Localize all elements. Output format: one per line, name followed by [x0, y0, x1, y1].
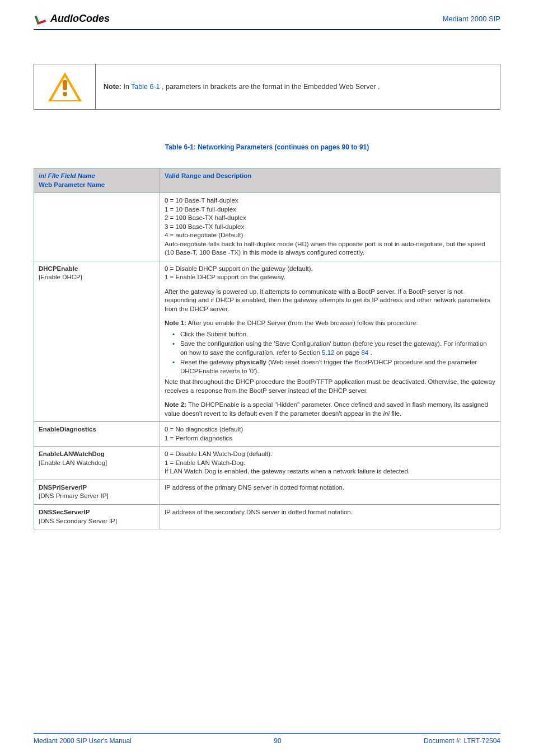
list-item: Reset the gateway physically (Web reset …: [172, 358, 495, 375]
table-row: EnableLANWatchDog [Enable LAN Watchdog] …: [34, 447, 500, 480]
footer-right: Document #: LTRT-72504: [424, 737, 500, 745]
note-prefix: Note:: [104, 83, 123, 91]
note-callout: Note: In Table 6-1 , parameters in brack…: [34, 64, 500, 110]
col-header-key: ini File Field Name Web Parameter Name: [34, 168, 160, 193]
param-val: IP address of the secondary DNS server i…: [160, 504, 500, 529]
page-link[interactable]: 84: [361, 349, 368, 356]
note-table-link[interactable]: Table 6-1: [131, 83, 160, 91]
param-key: DHCPEnable [Enable DHCP]: [34, 261, 160, 422]
header-product-label: Mediant 2000 SIP: [443, 15, 500, 23]
note-text: Note: In Table 6-1 , parameters in brack…: [96, 64, 500, 109]
param-val: 0 = No diagnostics (default) 1 = Perform…: [160, 422, 500, 447]
param-key: EnableDiagnostics: [34, 422, 160, 447]
brand-name: AudioCodes: [50, 13, 110, 25]
brand-logo: AudioCodes: [34, 11, 110, 26]
table-caption: Table 6-1: Networking Parameters (contin…: [34, 143, 500, 151]
param-key: DNSSecServerIP [DNS Secondary Server IP]: [34, 504, 160, 529]
table-row: EnableDiagnostics 0 = No diagnostics (de…: [34, 422, 500, 447]
table-row: 0 = 10 Base-T half-duplex 1 = 10 Base-T …: [34, 193, 500, 261]
section-link[interactable]: 5.12: [322, 349, 334, 356]
param-val: 0 = 10 Base-T half-duplex 1 = 10 Base-T …: [160, 193, 500, 261]
list-item: Click the Submit button.: [172, 330, 495, 339]
note-run1: In: [123, 83, 131, 91]
param-val: 0 = Disable DHCP support on the gateway …: [160, 261, 500, 422]
param-key: [34, 193, 160, 261]
footer-page-number: 90: [274, 737, 281, 745]
warning-triangle-icon: [48, 72, 82, 101]
param-val: IP address of the primary DNS server in …: [160, 480, 500, 504]
param-key: EnableLANWatchDog [Enable LAN Watchdog]: [34, 447, 160, 480]
table-row: DNSSecServerIP [DNS Secondary Server IP]…: [34, 504, 500, 529]
param-val: 0 = Disable LAN Watch-Dog (default). 1 =…: [160, 447, 500, 480]
dhcp-steps-list: Click the Submit button. Save the config…: [165, 330, 495, 376]
list-item: Save the configuration using the 'Save C…: [172, 340, 495, 357]
col-header-val: Valid Range and Description: [160, 168, 500, 193]
param-key: DNSPriServerIP [DNS Primary Server IP]: [34, 480, 160, 504]
table-row: DHCPEnable [Enable DHCP] 0 = Disable DHC…: [34, 261, 500, 422]
page-footer: Mediant 2000 SIP User's Manual 90 Docume…: [34, 733, 500, 745]
audiocodes-mark-icon: [34, 11, 48, 26]
parameters-table: ini File Field Name Web Parameter Name V…: [34, 168, 500, 529]
page-header: AudioCodes Mediant 2000 SIP: [34, 11, 500, 30]
note-icon-cell: [34, 64, 96, 109]
note-run2: , parameters in brackets are the format …: [162, 83, 380, 91]
footer-left: Mediant 2000 SIP User's Manual: [34, 737, 132, 745]
table-row: DNSPriServerIP [DNS Primary Server IP] I…: [34, 480, 500, 504]
